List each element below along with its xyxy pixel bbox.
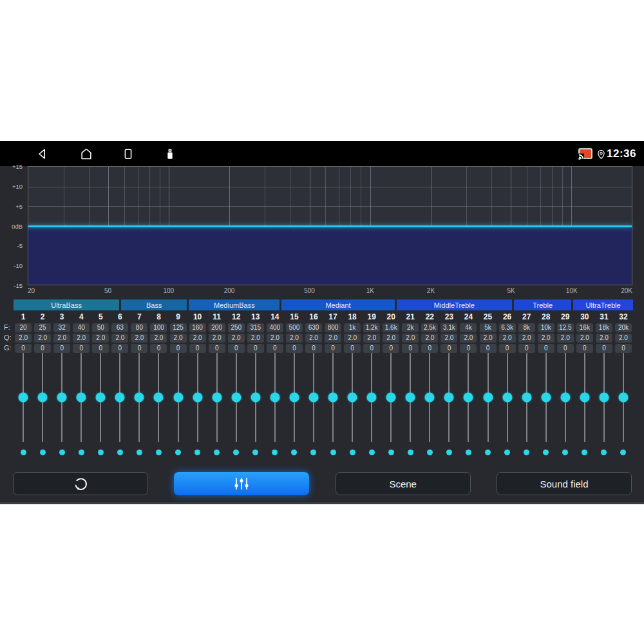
slider-knob[interactable] [560, 393, 570, 402]
slider-knob[interactable] [522, 393, 531, 402]
slider-knob[interactable] [212, 393, 222, 402]
q-value-chip[interactable]: 2.0 [499, 334, 516, 343]
g-value-chip[interactable]: 0 [53, 344, 70, 353]
f-value-chip[interactable]: 18k [596, 323, 612, 332]
gain-slider[interactable] [169, 353, 188, 442]
gain-slider[interactable] [614, 353, 633, 442]
q-value-chip[interactable]: 2.0 [460, 334, 477, 343]
f-value-chip[interactable]: 16k [576, 323, 593, 332]
channel-dot[interactable] [543, 450, 549, 455]
g-value-chip[interactable]: 0 [421, 344, 438, 353]
q-value-chip[interactable]: 2.0 [189, 334, 206, 343]
q-value-chip[interactable]: 2.0 [92, 334, 109, 343]
f-value-chip[interactable]: 8k [518, 323, 535, 332]
slider-knob[interactable] [541, 393, 551, 402]
home-icon[interactable] [79, 146, 94, 162]
slider-knob[interactable] [580, 393, 589, 402]
gain-slider[interactable] [33, 353, 52, 442]
channel-dot[interactable] [350, 450, 355, 455]
slider-knob[interactable] [289, 393, 299, 402]
channel-dot[interactable] [369, 450, 375, 455]
f-value-chip[interactable]: 500 [286, 323, 303, 332]
gain-slider[interactable] [498, 353, 517, 442]
slider-knob[interactable] [135, 393, 144, 402]
f-value-chip[interactable]: 10k [538, 323, 554, 332]
g-value-chip[interactable]: 0 [73, 344, 90, 353]
channel-dot[interactable] [504, 450, 510, 455]
q-value-chip[interactable]: 2.0 [15, 334, 32, 343]
band-ultrabass[interactable]: UltraBass [14, 299, 119, 310]
q-value-chip[interactable]: 2.0 [538, 334, 554, 343]
channel-dot[interactable] [485, 450, 491, 455]
q-value-chip[interactable]: 2.0 [344, 334, 361, 343]
g-value-chip[interactable]: 0 [209, 344, 225, 353]
g-value-chip[interactable]: 0 [383, 344, 399, 353]
f-value-chip[interactable]: 2.5k [421, 323, 438, 332]
slider-knob[interactable] [57, 393, 67, 402]
channel-dot[interactable] [252, 450, 258, 455]
scene-button[interactable]: Scene [336, 472, 471, 495]
g-value-chip[interactable]: 0 [267, 344, 283, 353]
g-value-chip[interactable]: 0 [325, 344, 341, 353]
gain-slider[interactable] [285, 353, 304, 442]
slider-knob[interactable] [251, 393, 260, 402]
q-value-chip[interactable]: 2.0 [518, 334, 535, 343]
slider-knob[interactable] [386, 393, 396, 402]
f-value-chip[interactable]: 6.3k [499, 323, 516, 332]
g-value-chip[interactable]: 0 [228, 344, 245, 353]
f-value-chip[interactable]: 4k [460, 323, 477, 332]
gain-slider[interactable] [556, 353, 575, 442]
q-value-chip[interactable]: 2.0 [421, 334, 438, 343]
slider-knob[interactable] [444, 393, 454, 402]
slider-knob[interactable] [19, 393, 28, 402]
channel-dot[interactable] [620, 450, 626, 455]
q-value-chip[interactable]: 2.0 [596, 334, 612, 343]
channel-dot[interactable] [214, 450, 220, 455]
g-value-chip[interactable]: 0 [440, 344, 457, 353]
gain-slider[interactable] [207, 353, 227, 442]
band-middletreble[interactable]: MiddleTreble [397, 299, 513, 310]
gain-slider[interactable] [52, 353, 71, 442]
g-value-chip[interactable]: 0 [189, 344, 206, 353]
band-mediant[interactable]: Mediant [281, 299, 394, 310]
channel-dot[interactable] [388, 450, 394, 455]
back-icon[interactable] [35, 146, 50, 162]
q-value-chip[interactable]: 2.0 [150, 334, 167, 343]
f-value-chip[interactable]: 20 [15, 323, 32, 332]
q-value-chip[interactable]: 2.0 [53, 334, 70, 343]
g-value-chip[interactable]: 0 [131, 344, 147, 353]
gain-slider[interactable] [362, 353, 381, 442]
slider-knob[interactable] [406, 393, 415, 402]
channel-dot[interactable] [408, 450, 413, 455]
g-value-chip[interactable]: 0 [518, 344, 535, 353]
g-value-chip[interactable]: 0 [363, 344, 380, 353]
channel-dot[interactable] [137, 450, 142, 455]
f-value-chip[interactable]: 20k [615, 323, 632, 332]
gain-slider[interactable] [517, 353, 536, 442]
g-value-chip[interactable]: 0 [305, 344, 322, 353]
gain-slider[interactable] [71, 353, 91, 442]
q-value-chip[interactable]: 2.0 [131, 334, 147, 343]
slider-knob[interactable] [618, 393, 628, 402]
q-value-chip[interactable]: 2.0 [383, 334, 399, 343]
g-value-chip[interactable]: 0 [576, 344, 593, 353]
g-value-chip[interactable]: 0 [111, 344, 128, 353]
f-value-chip[interactable]: 315 [247, 323, 264, 332]
band-mediumbass[interactable]: MediumBass [189, 299, 279, 310]
channel-dot[interactable] [524, 450, 529, 455]
band-bass[interactable]: Bass [121, 299, 187, 310]
q-value-chip[interactable]: 2.0 [73, 334, 90, 343]
slider-knob[interactable] [115, 393, 125, 402]
q-value-chip[interactable]: 2.0 [170, 334, 187, 343]
gain-slider[interactable] [439, 353, 459, 442]
f-value-chip[interactable]: 80 [131, 323, 147, 332]
channel-dot[interactable] [156, 450, 162, 455]
gain-slider[interactable] [575, 353, 594, 442]
slider-knob[interactable] [77, 393, 86, 402]
f-value-chip[interactable]: 5k [480, 323, 497, 332]
channel-dot[interactable] [59, 450, 65, 455]
band-treble[interactable]: Treble [514, 299, 571, 310]
slider-knob[interactable] [348, 393, 357, 402]
f-value-chip[interactable]: 630 [305, 323, 322, 332]
band-ultratreble[interactable]: UltraTreble [573, 299, 633, 310]
